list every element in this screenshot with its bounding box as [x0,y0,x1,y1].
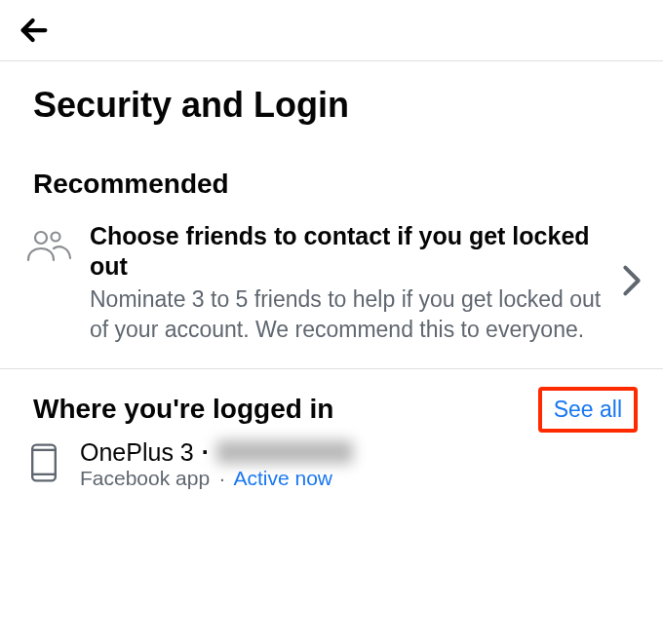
phone-icon [29,438,58,487]
recommended-item-title: Choose friends to contact if you get loc… [90,221,608,283]
friends-icon [25,221,76,266]
device-app-label: Facebook app [80,467,210,489]
logged-in-heading: Where you're logged in [33,394,333,425]
recommended-item-trusted-contacts[interactable]: Choose friends to contact if you get loc… [0,208,663,368]
device-sub-line: Facebook app · Active now [80,467,645,490]
device-separator: · [202,438,209,467]
page-title: Security and Login [0,61,663,145]
recommended-item-subtitle: Nominate 3 to 5 friends to help if you g… [90,284,608,345]
device-name: OnePlus 3 [80,438,194,467]
chevron-right-icon [622,264,645,301]
see-all-highlight-annotation: See all [538,387,638,433]
device-status-separator: · [219,467,225,489]
logged-in-heading-row: Where you're logged in See all [0,369,663,433]
recommended-item-text: Choose friends to contact if you get loc… [90,221,608,345]
device-session-text: OnePlus 3 · Facebook app · Active now [80,438,645,490]
back-arrow-icon[interactable] [18,33,51,50]
header-bar [0,0,663,60]
device-session-row[interactable]: OnePlus 3 · Facebook app · Active now [0,433,663,500]
see-all-link[interactable]: See all [554,397,622,422]
svg-point-2 [52,233,60,242]
device-location-redacted [216,440,353,464]
device-title-line: OnePlus 3 · [80,438,645,467]
svg-point-1 [35,232,47,244]
device-status: Active now [233,467,332,489]
recommended-heading: Recommended [0,145,663,208]
